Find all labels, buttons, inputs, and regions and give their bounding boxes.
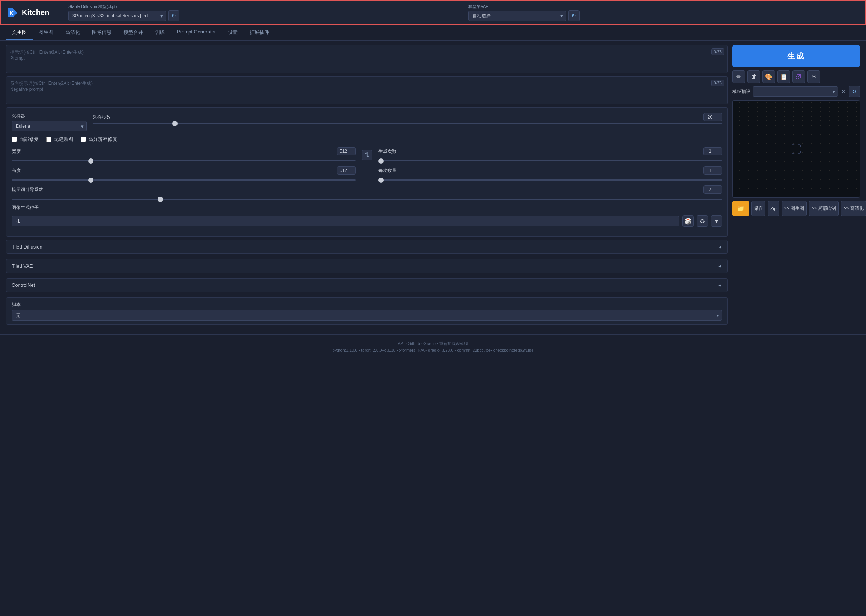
script-select[interactable]: 无 <box>12 310 722 321</box>
tiled-vae-arrow: ◄ <box>718 264 722 269</box>
zip-btn[interactable]: Zip <box>768 201 779 216</box>
trash-icon: 🗑 <box>751 73 757 80</box>
cfg-slider[interactable] <box>12 199 722 200</box>
template-refresh-btn[interactable]: ↻ <box>849 86 860 97</box>
batch-size-input[interactable] <box>704 166 722 174</box>
tab-settings[interactable]: 设置 <box>222 25 244 40</box>
face-restore-input[interactable] <box>12 137 17 142</box>
toolbar-image-btn[interactable]: 🖼 <box>792 70 805 83</box>
toolbar-edit-btn[interactable]: ✏ <box>732 70 745 83</box>
tab-hires[interactable]: 高清化 <box>59 25 86 40</box>
batch-size-group: 每次数量 <box>379 166 723 182</box>
hires-fix-input[interactable] <box>81 137 86 142</box>
tiled-diffusion-label: Tiled Diffusion <box>12 244 42 250</box>
sd-model-refresh-btn[interactable]: ↻ <box>168 10 179 21</box>
tab-txt2img[interactable]: 文生图 <box>6 25 33 40</box>
tiled-vae-accordion[interactable]: Tiled VAE ◄ <box>6 259 728 273</box>
seed-random-btn[interactable]: 🎲 <box>682 215 694 227</box>
tab-promptgen[interactable]: Prompt Generator <box>171 25 222 40</box>
inpaint-btn[interactable]: >> 局部绘制 <box>809 201 839 216</box>
folder-btn[interactable]: 📁 <box>732 201 749 216</box>
seed-input-row: 🎲 ♻ ▾ <box>12 215 722 227</box>
footer-github-link[interactable]: Github <box>408 341 420 346</box>
batch-count-group: 生成次数 <box>379 147 723 163</box>
refresh-icon: ↻ <box>171 13 176 19</box>
sd-model-select-wrapper: 3Guofeng3_v32Light.safetensors [fed... <box>68 11 166 21</box>
tab-imginfo[interactable]: 图像信息 <box>86 25 118 40</box>
height-slider[interactable] <box>12 179 356 181</box>
dice-icon: 🎲 <box>684 218 692 225</box>
height-input[interactable] <box>337 166 356 174</box>
face-restore-checkbox[interactable]: 面部修复 <box>12 136 39 143</box>
folder-icon: 📁 <box>737 205 744 212</box>
width-input[interactable] <box>337 147 356 156</box>
toolbar-cut-btn[interactable]: ✂ <box>808 70 820 83</box>
batch-count-label: 生成次数 <box>379 148 396 155</box>
sampler-select[interactable]: Euler a <box>12 121 87 131</box>
cfg-label: 提示词引导系数 <box>12 187 43 193</box>
left-panel: 0/75 0/75 采样器 Euler a <box>6 45 728 327</box>
height-label: 高度 <box>12 167 20 174</box>
width-header: 宽度 <box>12 147 356 156</box>
checkbox-row: 面部修复 无缝贴图 高分辨率修复 <box>12 136 722 143</box>
width-batchcount-row: 宽度 ⇅ 生成次数 <box>12 147 722 163</box>
toolbar-delete-btn[interactable]: 🗑 <box>747 70 760 83</box>
positive-prompt-input[interactable] <box>6 46 728 72</box>
vae-model-select[interactable]: 自动选择 <box>468 11 566 21</box>
steps-slider[interactable] <box>93 123 722 124</box>
cfg-input[interactable] <box>704 185 722 194</box>
main-content: 0/75 0/75 采样器 Euler a <box>0 41 866 332</box>
save-btn[interactable]: 保存 <box>751 201 765 216</box>
negative-prompt-box: 0/75 <box>6 76 728 104</box>
tab-img2img[interactable]: 图生图 <box>33 25 59 40</box>
toolbar-copy-btn[interactable]: 📋 <box>777 70 790 83</box>
steps-input[interactable] <box>704 113 722 121</box>
seed-recycle-btn[interactable]: ♻ <box>697 215 708 227</box>
tab-train[interactable]: 训练 <box>149 25 171 40</box>
swap-icon: ⇅ <box>365 151 369 159</box>
vae-model-label: 模型的VAE <box>468 4 860 9</box>
app-title: Kitchen <box>22 8 49 17</box>
swap-dimensions-btn[interactable]: ⇅ <box>362 150 372 160</box>
generate-btn[interactable]: 生成 <box>732 45 860 67</box>
paint-icon: 🎨 <box>765 73 773 80</box>
footer-api-link[interactable]: API <box>398 341 404 346</box>
vae-model-refresh-btn[interactable]: ↻ <box>568 10 580 21</box>
batch-count-input[interactable] <box>704 147 722 156</box>
toolbar-paint-btn[interactable]: 🎨 <box>762 70 775 83</box>
template-select[interactable] <box>753 86 838 97</box>
action-buttons: 📁 保存 Zip >> 图生图 >> 局部绘制 >> 高清化 <box>732 201 860 216</box>
seed-dropdown-btn[interactable]: ▾ <box>711 215 722 227</box>
dropdown-icon: ▾ <box>715 218 718 225</box>
kitchen-logo-icon: K <box>7 7 19 19</box>
tiling-input[interactable] <box>46 137 52 142</box>
face-restore-label: 面部修复 <box>19 136 39 143</box>
footer-reload-link[interactable]: 重新加载WebUI <box>439 341 468 346</box>
seed-row: 图像生成种子 <box>12 204 722 211</box>
tiled-diffusion-arrow: ◄ <box>718 244 722 250</box>
batch-count-slider[interactable] <box>379 160 723 162</box>
width-slider[interactable] <box>12 160 356 162</box>
img2img-btn[interactable]: >> 图生图 <box>781 201 807 216</box>
tiling-label: 无缝贴图 <box>54 136 73 143</box>
batch-size-header: 每次数量 <box>379 166 723 174</box>
controlnet-accordion[interactable]: ControlNet ◄ <box>6 278 728 292</box>
footer-gradio-link[interactable]: Gradio <box>423 341 436 346</box>
tiling-checkbox[interactable]: 无缝贴图 <box>46 136 73 143</box>
tab-merge[interactable]: 模型合并 <box>118 25 149 40</box>
seed-input[interactable] <box>12 216 679 226</box>
image-preview: ⛶ <box>732 100 860 198</box>
tiled-diffusion-accordion[interactable]: Tiled Diffusion ◄ <box>6 240 728 254</box>
footer-links: API · Github · Gradio · 重新加载WebUI <box>6 341 860 346</box>
toolbar-row: ✏ 🗑 🎨 📋 🖼 ✂ <box>732 70 860 83</box>
top-bar: K Kitchen Stable Diffusion 模型(ckpt) 3Guo… <box>0 0 866 25</box>
hires-fix-checkbox[interactable]: 高分辨率修复 <box>81 136 118 143</box>
hires-btn[interactable]: >> 高清化 <box>841 201 866 216</box>
sampler-group: 采样器 Euler a <box>12 113 87 131</box>
sd-model-select[interactable]: 3Guofeng3_v32Light.safetensors [fed... <box>68 11 166 21</box>
tab-extensions[interactable]: 扩展插件 <box>244 25 275 40</box>
sd-model-label: Stable Diffusion 模型(ckpt) <box>68 4 459 9</box>
batch-size-slider[interactable] <box>379 179 723 181</box>
negative-prompt-input[interactable] <box>6 77 728 103</box>
template-clear-btn[interactable]: × <box>841 89 847 94</box>
